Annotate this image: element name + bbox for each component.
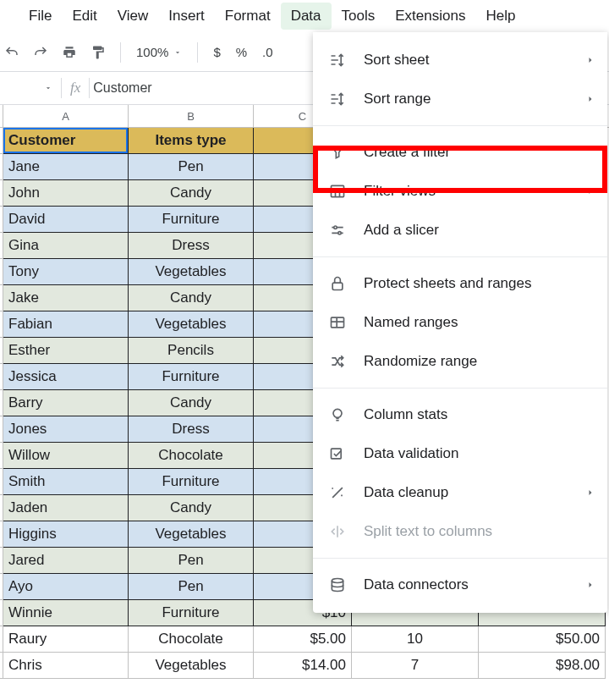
cell[interactable]: Tony [3,259,129,285]
cell[interactable]: Chocolate [129,626,254,653]
cell[interactable]: $98.00 [479,653,606,679]
cell[interactable]: Pen [129,548,254,574]
cell[interactable]: Raury [3,626,129,653]
menu-item-sort-range[interactable]: Sort range [313,80,607,119]
cell[interactable]: Candy [129,180,254,207]
svg-rect-0 [332,185,344,196]
cell[interactable]: Higgins [3,521,129,548]
data-menu-dropdown: Sort sheetSort rangeCreate a filterFilte… [313,32,607,613]
menu-item-protect-sheets-and-ranges[interactable]: Protect sheets and ranges [313,264,607,303]
cell[interactable]: Jane [3,154,129,180]
cell[interactable]: Chris [3,653,129,679]
cell[interactable]: Willow [3,443,129,469]
slicer-icon [328,221,347,240]
menu-insert[interactable]: Insert [158,3,215,30]
cell[interactable]: Ayo [3,574,129,600]
cell[interactable]: $14.00 [254,653,352,679]
cell[interactable]: Jake [3,285,129,311]
menu-format[interactable]: Format [215,3,281,30]
cell[interactable]: Vegetables [129,311,254,338]
menu-item-named-ranges[interactable]: Named ranges [313,303,607,342]
menu-tools[interactable]: Tools [332,3,386,30]
sort-sheet-icon [328,51,347,69]
decrease-decimal-button[interactable]: .0 [257,45,278,59]
menu-item-randomize-range[interactable]: Randomize range [313,342,607,381]
cell[interactable]: Jones [3,416,129,443]
svg-point-5 [333,409,342,417]
cell[interactable]: Pencils [129,338,254,364]
currency-format-button[interactable]: $ [208,45,225,59]
menu-edit[interactable]: Edit [62,3,107,30]
cell[interactable]: Furniture [129,364,254,390]
menu-item-label: Data connectors [364,576,469,593]
cell[interactable]: Dress [129,233,254,259]
cell[interactable]: Barry [3,390,129,416]
menu-data[interactable]: Data [281,3,332,30]
menu-item-sort-sheet[interactable]: Sort sheet [313,41,607,80]
cell[interactable]: Chocolate [129,443,254,469]
named-ranges-icon [328,313,347,332]
cell[interactable]: Smith [3,469,129,495]
cell[interactable]: Candy [129,390,254,416]
cell[interactable]: Dress [129,416,254,443]
menu-item-data-connectors[interactable]: Data connectors [313,565,607,604]
cell[interactable]: Furniture [129,600,254,626]
menu-item-data-cleanup[interactable]: Data cleanup [313,473,607,512]
menu-help[interactable]: Help [475,3,525,30]
chevron-down-icon [173,48,182,57]
svg-point-2 [338,232,341,234]
cell[interactable]: Pen [129,154,254,180]
zoom-selector[interactable]: 100% [131,45,187,59]
validation-icon [328,444,347,463]
print-button[interactable] [58,41,81,64]
column-header-b[interactable]: B [129,105,254,127]
cell[interactable]: $50.00 [479,626,606,653]
svg-point-1 [334,226,337,229]
cell[interactable]: Pen [129,574,254,600]
table-row: ChrisVegetables$14.007$98.00 [0,653,609,679]
header-cell[interactable]: Customer [3,128,129,154]
cell[interactable]: Esther [3,338,129,364]
menu-view[interactable]: View [107,3,159,30]
cell[interactable]: Vegetables [129,521,254,548]
cell[interactable]: Vegetables [129,259,254,285]
database-icon [328,576,347,594]
menu-item-data-validation[interactable]: Data validation [313,434,607,473]
undo-button[interactable] [0,41,24,64]
menu-item-filter-views[interactable]: Filter views [313,172,607,211]
header-cell[interactable]: Items type [129,128,254,154]
cell[interactable]: Jared [3,548,129,574]
paint-format-button[interactable] [86,41,110,64]
cell[interactable]: Vegetables [129,653,254,679]
menu-item-add-a-slicer[interactable]: Add a slicer [313,211,607,250]
cell[interactable]: David [3,207,129,233]
menu-extensions[interactable]: Extensions [385,3,475,30]
cell[interactable]: Candy [129,285,254,311]
cell[interactable]: 10 [352,626,479,653]
cell[interactable]: Fabian [3,311,129,338]
redo-button[interactable] [29,41,52,64]
cell[interactable]: Jessica [3,364,129,390]
table-row: RauryChocolate$5.0010$50.00 [0,626,609,653]
cell[interactable]: Winnie [3,600,129,626]
cell[interactable]: Furniture [129,469,254,495]
cell[interactable]: Furniture [129,207,254,233]
column-header-a[interactable]: A [3,105,129,127]
cell[interactable]: 7 [352,653,479,679]
svg-rect-3 [332,283,343,289]
chevron-right-icon [585,186,595,196]
cell[interactable]: Candy [129,495,254,521]
menu-item-label: Column stats [364,406,447,423]
menu-item-label: Data validation [364,445,458,462]
cell[interactable]: $5.00 [254,626,352,653]
menu-item-column-stats[interactable]: Column stats [313,395,607,434]
percent-format-button[interactable]: % [231,45,252,59]
name-box[interactable] [0,84,61,92]
zoom-value: 100% [136,45,168,59]
menu-item-create-a-filter[interactable]: Create a filter [313,133,607,172]
menu-file[interactable]: File [19,3,62,30]
cell[interactable]: Gina [3,233,129,259]
fx-label: fx [62,80,89,96]
cell[interactable]: John [3,180,129,207]
cell[interactable]: Jaden [3,495,129,521]
